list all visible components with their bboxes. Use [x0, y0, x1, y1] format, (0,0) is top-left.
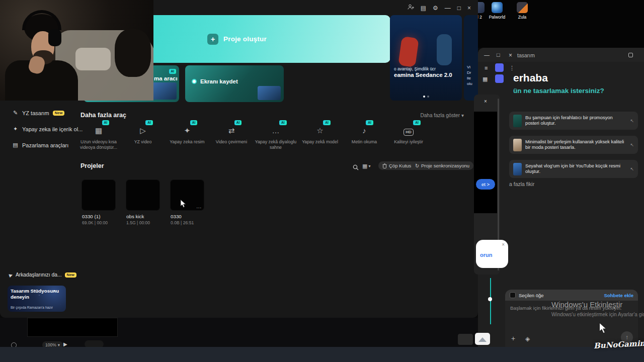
- background-figure: [115, 29, 151, 77]
- sparkle-icon: ✦: [12, 126, 19, 132]
- grid-view-icon: ▦: [362, 163, 367, 169]
- activation-line2: Windows'u etkinleştirmek için Ayarlar'a …: [551, 312, 644, 317]
- maximize-button[interactable]: □: [457, 5, 461, 12]
- menu-icon[interactable]: ≡: [485, 65, 488, 71]
- selected-item-bar: Seçilen öğe Sohbete ekle: [505, 290, 638, 301]
- insert-arrow-icon[interactable]: ↖: [630, 142, 634, 147]
- studio-subtitle: Bir çırpıda Ramazan'a hazır: [11, 306, 53, 309]
- sidebar-item-label: Pazarlama araçları: [22, 142, 68, 148]
- project-card-0330[interactable]: ... 0330 0.0B | 26:51: [171, 180, 204, 225]
- project-card-0330-1[interactable]: 0330 (1) 69.0K | 00:00: [82, 180, 115, 225]
- timeline-guide-handle[interactable]: [488, 297, 492, 301]
- tool-ai-model[interactable]: ☆ AI Yapay zekâ model: [298, 124, 342, 150]
- search-icon[interactable]: [353, 163, 359, 172]
- desktop-icon-label: Zula: [511, 15, 533, 20]
- tool-enhance-quality[interactable]: HD AI Kaliteyi iyileştir: [386, 124, 431, 150]
- promo-banner-seedance[interactable]: o avantajı, Şimdilik ücr eamina Seedance…: [390, 15, 462, 101]
- insert-arrow-icon[interactable]: ↖: [630, 118, 634, 123]
- suggestion-card-travel[interactable]: Seyahat vlog'um için bir YouTube küçük r…: [509, 160, 638, 178]
- sidebar-item-yz-tasarim[interactable]: ✎ YZ tasarım New: [12, 110, 64, 116]
- insert-arrow-icon[interactable]: ↖: [630, 166, 634, 171]
- sync-icon: ↻: [415, 163, 419, 168]
- close-icon[interactable]: ×: [484, 99, 487, 104]
- suggestion-card-fashion[interactable]: Minimalist bir yerleşim kullanarak yükse…: [509, 136, 638, 154]
- layout-icon[interactable]: ▤: [421, 5, 426, 12]
- assistant-chatbox[interactable]: Seçilen öğe Sohbete ekle Başlamak için f…: [505, 290, 638, 347]
- ai-badge: AI: [102, 120, 110, 125]
- app-avatar[interactable]: [495, 74, 504, 83]
- palworld-icon: [492, 2, 503, 13]
- app-avatar[interactable]: [495, 63, 504, 72]
- expand-icon[interactable]: [628, 53, 633, 57]
- kebab-menu-icon[interactable]: ⋮: [509, 65, 515, 71]
- assistant-window-label: tasarım: [517, 52, 535, 58]
- popup-link[interactable]: orun: [480, 252, 492, 258]
- sticker-icon[interactable]: ◈: [525, 335, 530, 342]
- zula-icon: [517, 2, 528, 13]
- add-attachment-button[interactable]: +: [511, 334, 515, 342]
- tool-text-to-speech[interactable]: ♪ AI Metin okuma: [342, 124, 386, 150]
- minimize-button[interactable]: —: [484, 52, 490, 58]
- card-thumbnail: [151, 82, 177, 100]
- assistant-prompt: ün ne tasarlamak istersiniz?: [513, 87, 604, 95]
- tool-label: Uzun videoyu kısa videoya dönüştür...: [77, 139, 120, 150]
- tool-label: Metin okuma: [352, 139, 377, 150]
- sidebar-item-ai-content[interactable]: ✦ Yapay zeka ile içerik ol...: [12, 126, 83, 132]
- studio-title: Tasarım Stüdyosunu deneyin: [11, 288, 63, 300]
- add-to-chat-button[interactable]: Sohbete ekle: [604, 293, 633, 298]
- tool-ai-dialogue-scene[interactable]: … AI Yapay zekâ diyaloglu sahne: [254, 124, 298, 150]
- desktop-icon-zula[interactable]: Zula: [511, 2, 533, 20]
- tools-icon: ▤: [12, 142, 19, 148]
- desktop-icon-palworld[interactable]: Palworld: [486, 2, 508, 20]
- pen-icon: ✎: [12, 110, 19, 116]
- media-tile[interactable]: [458, 334, 473, 345]
- invite-friends-item[interactable]: ▶ Arkadaşlarınızı da... New: [9, 272, 76, 278]
- new-badge: New: [65, 273, 76, 278]
- design-studio-card[interactable]: Tasarım Stüdyosunu deneyin Bir çırpıda R…: [8, 286, 66, 312]
- popup-card[interactable]: × orun: [476, 240, 508, 268]
- promo-banner-next[interactable]: Vi Dr ile olu: [464, 15, 478, 101]
- more-ideas-link[interactable]: a fazla fikir: [509, 181, 534, 187]
- project-card-obs-kick[interactable]: obs kick 1.5G | 00:00: [126, 180, 159, 225]
- tool-ai-image[interactable]: ✦ AI Yapay zeka resim: [165, 124, 209, 150]
- maximize-button[interactable]: □: [497, 52, 500, 58]
- promo-title: eamina Seedance 2.0: [394, 72, 452, 78]
- show-more-button[interactable]: Daha fazla göster ▾: [421, 113, 464, 118]
- trash-label: Çöp Kutusu: [389, 163, 414, 168]
- suggestion-text: Minimalist bir yerleşim kullanarak yükse…: [525, 139, 626, 151]
- close-button[interactable]: ×: [467, 5, 471, 12]
- card-thumbnail: [258, 86, 281, 100]
- assistant-titlebar: [478, 48, 644, 62]
- close-button[interactable]: ×: [509, 52, 512, 59]
- suggestion-card-shampoo[interactable]: Bu şampuan için ferahlatıcı bir promosyo…: [509, 112, 638, 130]
- new-badge: New: [53, 111, 64, 116]
- sidebar-item-marketing[interactable]: ▤ Pazarlama araçları: [12, 142, 68, 148]
- tool-long-to-short[interactable]: ▦ AI Uzun videoyu kısa videoya dönüştür.…: [76, 124, 121, 150]
- tool-video-translator[interactable]: ⇄ AI Video çevirmeni: [209, 124, 254, 150]
- assistant-greeting: erhaba: [513, 72, 548, 84]
- view-mode-selector[interactable]: ▦ ▾: [362, 163, 370, 169]
- tool-label: YZ video: [134, 139, 152, 150]
- close-icon[interactable]: ×: [502, 242, 505, 247]
- chevron-down-icon: ▾: [368, 164, 370, 168]
- minimize-button[interactable]: —: [445, 5, 451, 12]
- screen-record-card[interactable]: Ekranı kaydet: [185, 65, 284, 102]
- mouse-cursor: [180, 199, 187, 210]
- settings-gear-icon[interactable]: ⚙: [433, 5, 438, 12]
- activation-line1: Windows'u Etkinleştir: [551, 300, 644, 309]
- suggestion-thumbnail: [513, 163, 522, 175]
- screen-record-label: Ekranı kaydet: [200, 78, 238, 84]
- ai-badge: AI: [323, 120, 331, 125]
- more-menu-icon[interactable]: ...: [196, 204, 202, 209]
- partial-blue-button[interactable]: et >: [476, 179, 495, 190]
- megaphone-icon: ▶: [8, 272, 13, 278]
- project-thumbnail: [126, 180, 159, 210]
- preview-play-button[interactable]: ▶: [63, 341, 67, 347]
- suggestion-thumbnail: [513, 115, 522, 127]
- image-tile[interactable]: [475, 333, 490, 345]
- project-sync-button[interactable]: ↻ Proje senkronizasyonu: [411, 161, 473, 170]
- carousel-dots[interactable]: [390, 96, 462, 98]
- tool-yz-video[interactable]: ▷ AI YZ video: [121, 124, 165, 150]
- grid-icon[interactable]: ▦: [482, 76, 488, 82]
- invite-members-icon[interactable]: [408, 4, 414, 12]
